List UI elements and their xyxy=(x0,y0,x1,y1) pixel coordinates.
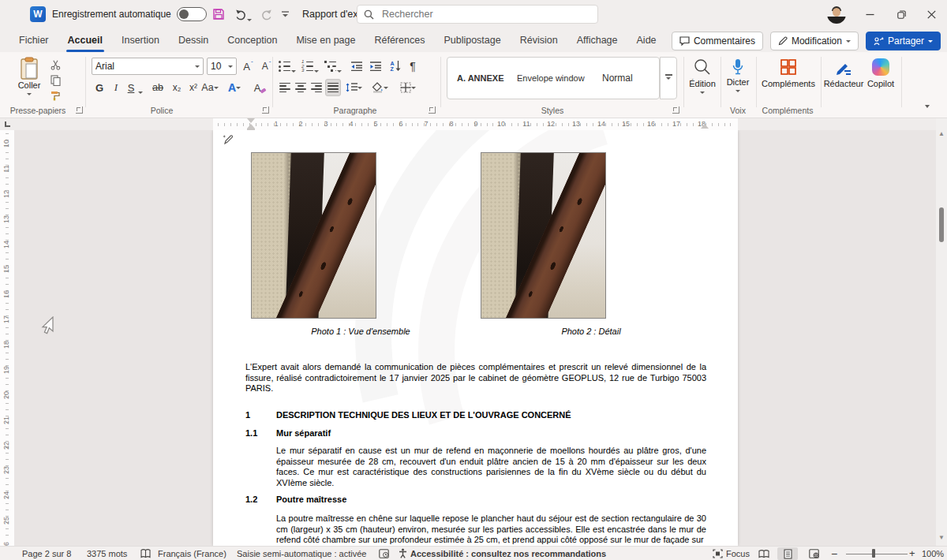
photo-1[interactable] xyxy=(251,152,376,319)
avatar[interactable] xyxy=(827,5,846,24)
document-page[interactable]: Photo 1 : Vue d'ensemble Photo 2 : Détai… xyxy=(213,130,738,546)
zoom-level[interactable]: 100% xyxy=(922,547,944,560)
zoom-slider-track[interactable] xyxy=(846,554,908,555)
tab-dessin[interactable]: Dessin xyxy=(169,28,218,52)
autosave-toggle[interactable] xyxy=(177,7,207,21)
styles-gallery-more-button[interactable] xyxy=(660,57,677,99)
paste-button[interactable]: Coller xyxy=(11,57,47,98)
italic-button[interactable]: I xyxy=(109,79,123,96)
multilevel-list-button[interactable] xyxy=(324,58,337,75)
editor-suggestions-icon[interactable] xyxy=(379,547,389,560)
zoom-slider-thumb[interactable] xyxy=(872,549,875,558)
bullet-list-caret[interactable] xyxy=(291,64,296,78)
clear-formatting-button[interactable]: A xyxy=(251,79,270,96)
zoom-out-button[interactable]: − xyxy=(831,547,837,560)
styles-dialog-launcher[interactable] xyxy=(672,106,679,114)
justify-button[interactable] xyxy=(325,79,341,96)
dictate-button[interactable]: Dicter xyxy=(722,58,754,95)
vertical-ruler[interactable]: 10 11 12 13 14 15 16 17 18 19 20 21 22 2… xyxy=(0,130,14,546)
search-input[interactable] xyxy=(380,8,578,21)
tab-fichier[interactable]: Fichier xyxy=(9,28,58,52)
horizontal-ruler[interactable]: 1 2 3 4 5 6 7 8 9 10 11 12 13 14 15 16 1… xyxy=(14,118,936,130)
numbered-list-caret[interactable] xyxy=(314,64,319,78)
clipboard-dialog-launcher[interactable] xyxy=(76,106,83,114)
comments-button[interactable]: Commentaires xyxy=(672,32,763,50)
tab-insertion[interactable]: Insertion xyxy=(112,28,169,52)
underline-button[interactable]: S xyxy=(124,79,138,96)
word-count[interactable]: 3375 mots xyxy=(87,547,127,560)
sort-button[interactable]: AZ xyxy=(387,58,404,75)
proofing-icon[interactable] xyxy=(140,547,151,560)
read-mode-button[interactable] xyxy=(754,547,774,560)
photo-2[interactable] xyxy=(481,152,606,319)
numbered-list-button[interactable]: 123 xyxy=(301,58,314,75)
copilot-margin-pen-icon[interactable] xyxy=(222,133,234,145)
tab-references[interactable]: Références xyxy=(365,28,434,52)
show-formatting-button[interactable]: ¶ xyxy=(406,58,420,75)
editing-menu-button[interactable]: Édition xyxy=(685,58,720,96)
decrease-indent-button[interactable] xyxy=(349,58,365,75)
redo-button[interactable] xyxy=(257,6,275,22)
addins-button[interactable]: Compléments xyxy=(759,58,818,88)
bold-button[interactable]: G xyxy=(92,79,107,96)
bullet-list-button[interactable] xyxy=(278,58,291,75)
text-effects-button[interactable]: A xyxy=(226,79,243,96)
line-spacing-button[interactable] xyxy=(344,79,363,96)
align-center-button[interactable] xyxy=(294,79,308,96)
style-normal[interactable]: Normal xyxy=(602,73,649,84)
paragraph-dialog-launcher[interactable] xyxy=(429,106,436,114)
scroll-down-arrow[interactable]: ▼ xyxy=(938,535,945,541)
font-dialog-launcher[interactable] xyxy=(262,106,269,114)
document-canvas[interactable]: Photo 1 : Vue d'ensemble Photo 2 : Détai… xyxy=(14,130,936,546)
save-icon[interactable] xyxy=(210,6,227,22)
tab-affichage[interactable]: Affichage xyxy=(567,28,627,52)
increase-indent-button[interactable] xyxy=(368,58,384,75)
align-right-button[interactable] xyxy=(309,79,324,96)
superscript-button[interactable]: x² xyxy=(185,79,201,96)
underline-dropdown-caret[interactable] xyxy=(138,85,143,99)
right-indent-marker[interactable] xyxy=(701,124,709,129)
shading-button[interactable] xyxy=(369,79,390,96)
collapse-ribbon-button[interactable] xyxy=(925,99,930,114)
style-annexe[interactable]: A. ANNEXE xyxy=(447,73,517,83)
editing-mode-button[interactable]: Modification xyxy=(770,32,859,50)
tab-revision[interactable]: Révision xyxy=(511,28,567,52)
tab-accueil[interactable]: Accueil xyxy=(58,28,112,52)
zoom-in-button[interactable]: + xyxy=(909,547,915,560)
tab-publipostage[interactable]: Publipostage xyxy=(434,28,510,52)
font-size-combo[interactable]: 10 xyxy=(207,58,237,75)
first-line-indent-marker[interactable] xyxy=(247,118,255,123)
scroll-up-arrow[interactable]: ▲ xyxy=(938,131,945,137)
search-bar[interactable] xyxy=(357,5,598,24)
web-layout-button[interactable] xyxy=(803,547,824,560)
align-left-button[interactable] xyxy=(278,79,292,96)
undo-dropdown-caret[interactable] xyxy=(247,13,252,27)
tab-mise-en-page[interactable]: Mise en page xyxy=(286,28,365,52)
subscript-button[interactable]: x₂ xyxy=(169,79,185,96)
strikethrough-button[interactable]: ab xyxy=(148,79,167,96)
cut-button[interactable] xyxy=(47,58,63,72)
minimize-button[interactable] xyxy=(854,0,885,28)
restore-button[interactable] xyxy=(885,0,917,28)
borders-button[interactable] xyxy=(397,79,419,96)
multilevel-list-caret[interactable] xyxy=(337,64,342,78)
tab-aide[interactable]: Aide xyxy=(627,28,666,52)
format-painter-button[interactable] xyxy=(47,88,63,102)
page-indicator[interactable]: Page 2 sur 8 xyxy=(22,547,71,560)
focus-mode-button[interactable]: Focus xyxy=(713,547,750,560)
language-indicator[interactable]: Français (France) xyxy=(158,547,226,560)
grow-font-button[interactable]: Aˆ xyxy=(240,58,256,75)
font-name-combo[interactable]: Arial xyxy=(92,58,204,75)
editor-button[interactable]: Rédacteur xyxy=(824,58,863,88)
autocomplete-indicator[interactable]: Saisie semi-automatique : activée xyxy=(237,547,366,560)
copy-button[interactable] xyxy=(47,73,63,87)
share-button[interactable]: Partager xyxy=(866,32,941,50)
print-layout-button[interactable] xyxy=(777,547,798,560)
tab-conception[interactable]: Conception xyxy=(218,28,286,52)
accessibility-status[interactable]: Accessibilité : consultez nos recommanda… xyxy=(399,547,606,560)
scrollbar-thumb[interactable] xyxy=(939,207,944,242)
copilot-button[interactable]: Copilot xyxy=(863,58,898,88)
tab-stop-selector[interactable] xyxy=(0,118,14,130)
style-envelope-window[interactable]: Envelope window xyxy=(517,73,602,83)
close-button[interactable] xyxy=(915,0,947,28)
